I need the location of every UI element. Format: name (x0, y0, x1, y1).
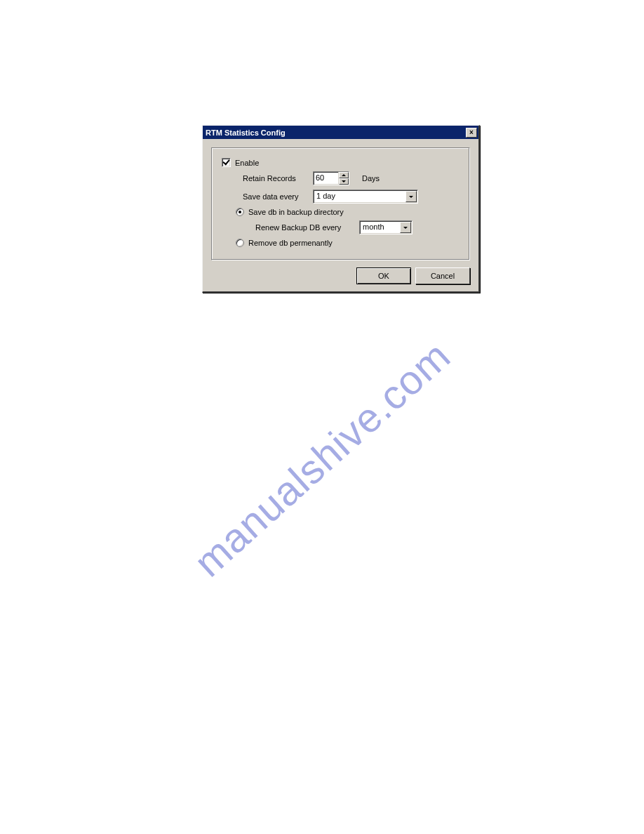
save-every-label: Save data every (243, 192, 313, 201)
ok-button[interactable]: OK (356, 267, 411, 284)
chevron-down-icon (342, 180, 346, 183)
renew-combo[interactable]: month (359, 220, 412, 234)
save-backup-label: Save db in backup directory (248, 208, 344, 216)
spinner-up-button[interactable] (339, 172, 349, 178)
save-every-combo[interactable]: 1 day (313, 190, 418, 204)
renew-row: Renew Backup DB every month (255, 220, 459, 234)
retain-records-spinner[interactable]: 60 (313, 171, 349, 185)
watermark-text: manualshive.com (185, 332, 459, 586)
spinner-buttons (338, 172, 349, 185)
retain-unit-label: Days (362, 174, 380, 183)
retain-records-label: Retain Records (243, 174, 313, 183)
chevron-down-icon (403, 227, 408, 229)
close-icon: × (469, 128, 474, 136)
save-every-dropdown-button[interactable] (405, 191, 417, 202)
dialog-window: RTM Statistics Config × Enable Retain Re… (202, 125, 480, 293)
remove-db-label: Remove db permenantly (248, 239, 333, 247)
save-every-row: Save data every 1 day (243, 190, 459, 204)
enable-row: Enable (222, 158, 459, 167)
options-groupbox: Enable Retain Records 60 Days Save data … (211, 147, 470, 260)
retain-records-value[interactable]: 60 (314, 172, 338, 185)
titlebar[interactable]: RTM Statistics Config × (203, 126, 478, 139)
renew-dropdown-button[interactable] (400, 222, 411, 233)
dialog-title: RTM Statistics Config (206, 128, 466, 137)
dialog-content: Enable Retain Records 60 Days Save data … (203, 139, 478, 291)
renew-backup-label: Renew Backup DB every (255, 223, 359, 232)
chevron-up-icon (342, 174, 346, 176)
cancel-button[interactable]: Cancel (415, 267, 470, 284)
close-button[interactable]: × (466, 128, 477, 138)
remove-radio-row: Remove db permenantly (236, 239, 459, 247)
save-backup-radio-row: Save db in backup directory (236, 208, 459, 216)
retain-row: Retain Records 60 Days (243, 171, 459, 185)
chevron-down-icon (409, 196, 413, 198)
save-backup-radio[interactable] (236, 208, 244, 216)
enable-checkbox[interactable] (222, 158, 231, 167)
save-every-value: 1 day (314, 190, 405, 203)
enable-label: Enable (235, 159, 259, 167)
button-row: OK Cancel (211, 267, 470, 284)
spinner-down-button[interactable] (339, 178, 349, 185)
renew-value: month (360, 221, 399, 234)
remove-db-radio[interactable] (236, 239, 244, 247)
